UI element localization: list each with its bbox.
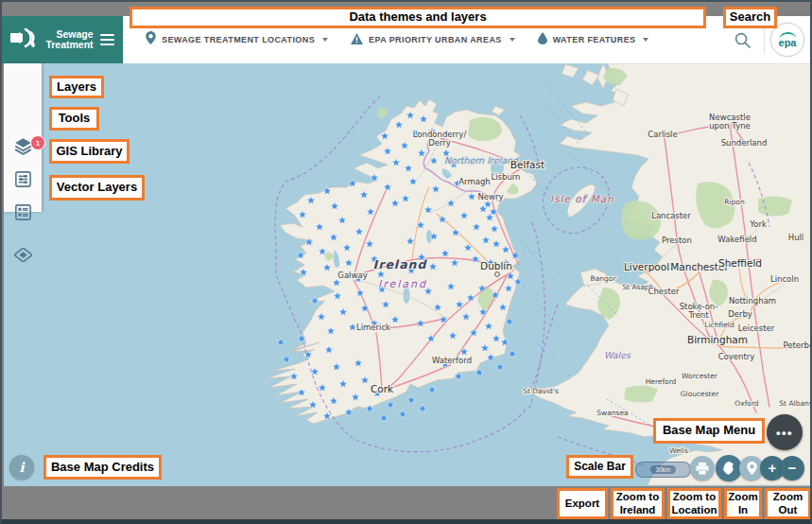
annotation-scale-bar: Scale Bar [566, 455, 633, 479]
map-label: Trent [687, 310, 709, 320]
map-label: Peterboro [783, 341, 812, 350]
map-label: Bangor [591, 274, 617, 283]
printer-icon [696, 463, 709, 475]
hamburger-menu-icon[interactable] [100, 34, 114, 46]
toolbar-divider [764, 26, 765, 54]
scale-bar-widget: 30km [635, 462, 691, 478]
app-window: Sewage Treatment SEWAGE TREATMENT LOCATI… [0, 0, 812, 524]
map-label: St Albans [779, 399, 812, 408]
map-label: Oxford [734, 399, 759, 408]
plus-icon: + [769, 461, 777, 475]
map-label: Waterford [432, 356, 472, 365]
map-label: Gloucester [681, 390, 719, 398]
app-logo-block: Sewage Treatment [2, 16, 123, 63]
map-label: Nottingham [729, 296, 776, 306]
map-label: Northern Ireland [444, 155, 519, 166]
map-label: Worcester [682, 372, 718, 380]
annotation-layers: Layers [49, 76, 104, 98]
map-label: Galway [337, 271, 367, 280]
basemap-menu-button[interactable]: ••• [767, 414, 803, 450]
map-label: St David's [523, 387, 559, 395]
map-label: Ripon [724, 198, 745, 206]
map-label: Swansea [596, 409, 628, 417]
map-label: Lincoln [770, 274, 799, 284]
sidebar-item-vector-layers[interactable] [4, 238, 42, 271]
map-label: Armagh [458, 177, 490, 186]
app-title: Sewage Treatment [45, 29, 93, 50]
map-label: Wells [669, 446, 688, 455]
annotation-gis-library: GIS Library [49, 139, 130, 164]
minus-icon: − [788, 461, 797, 475]
annotation-zoom-out: Zoom Out [765, 488, 811, 519]
map-label: Birmingham [687, 334, 748, 345]
ireland-shape-icon [723, 462, 735, 476]
map-label: Lichfield [704, 321, 734, 329]
map-label: Liverpool [624, 261, 669, 272]
map-label: Coventry [718, 352, 755, 361]
sidebar-panel: 1 [4, 63, 42, 212]
scale-bar-label: 30km [650, 465, 677, 474]
map-label: Carlisle [648, 130, 677, 139]
chevron-down-icon [510, 38, 515, 42]
map-label: Limerick [356, 323, 390, 332]
annotation-zoom-in: Zoom In [724, 488, 762, 519]
map-label: Wakefield [717, 235, 756, 244]
sidebar-item-tools[interactable] [4, 163, 42, 195]
map-label: Derby [728, 309, 752, 319]
map-label: Ireland [373, 257, 428, 271]
info-button[interactable]: i [9, 455, 34, 480]
map-label: Cork [371, 383, 394, 394]
tools-icon [15, 171, 31, 187]
map-label: Ireland [378, 278, 427, 290]
menu-water-features[interactable]: WATER FEATURES [538, 31, 649, 48]
map-label: Lisburn [491, 172, 520, 182]
gis-library-icon [15, 204, 31, 220]
annotation-tools: Tools [49, 107, 99, 131]
annotation-data-themes: Data themes and layers [130, 7, 706, 28]
map-label: Sunderland [721, 138, 768, 148]
annotation-search: Search [723, 7, 777, 28]
sidebar-item-gis-library[interactable] [4, 196, 42, 228]
map-label: Hereford [646, 377, 677, 386]
map-label: Sheffield [718, 257, 762, 269]
menu-epa-priority-urban-areas[interactable]: EPA PRIORITY URBAN AREAS [351, 31, 515, 48]
layers-badge: 1 [30, 135, 45, 150]
map-label: Isle of Man [550, 193, 614, 204]
map-label: Belfast [510, 159, 544, 170]
map-label: Hull [788, 233, 804, 242]
map-label: Chester [648, 287, 680, 296]
zoom-out-button[interactable]: − [780, 456, 804, 480]
vector-layers-icon [14, 248, 32, 262]
location-pin-icon [747, 462, 757, 475]
layers-icon [14, 137, 32, 155]
map-label: Preston [662, 236, 692, 245]
chevron-down-icon [322, 38, 328, 42]
export-print-button[interactable] [690, 456, 715, 480]
menu-sewage-treatment-locations[interactable]: SEWAGE TREATMENT LOCATIONS [146, 31, 328, 48]
sidebar-item-layers[interactable]: 1 [4, 130, 42, 162]
location-pin-icon [146, 31, 156, 48]
map-label: Newry [477, 192, 503, 201]
annotation-zoom-to-ireland: Zoom to Ireland [611, 488, 665, 519]
search-icon[interactable] [726, 24, 758, 56]
map-label: upon Tyne [709, 121, 751, 131]
chevron-down-icon [643, 38, 648, 42]
map-label: Derry [428, 138, 451, 148]
map-label: York [749, 219, 767, 229]
sewage-pipe-icon [10, 26, 39, 53]
water-drop-icon [538, 31, 547, 48]
zoom-to-ireland-button[interactable] [716, 455, 742, 481]
map-label: Leicester [738, 323, 775, 333]
map-label: Lancaster [651, 211, 691, 220]
annotation-vector-layers: Vector Layers [49, 175, 145, 201]
annotation-base-map-credits: Base Map Credits [43, 455, 162, 480]
annotation-base-map-menu: Base Map Menu [653, 418, 765, 444]
warning-triangle-icon [351, 31, 363, 48]
map-label: Wales [604, 350, 631, 360]
annotation-zoom-to-location: Zoom to Location [667, 488, 721, 519]
map-label: Dublin [480, 260, 512, 271]
annotation-export: Export [557, 488, 608, 519]
